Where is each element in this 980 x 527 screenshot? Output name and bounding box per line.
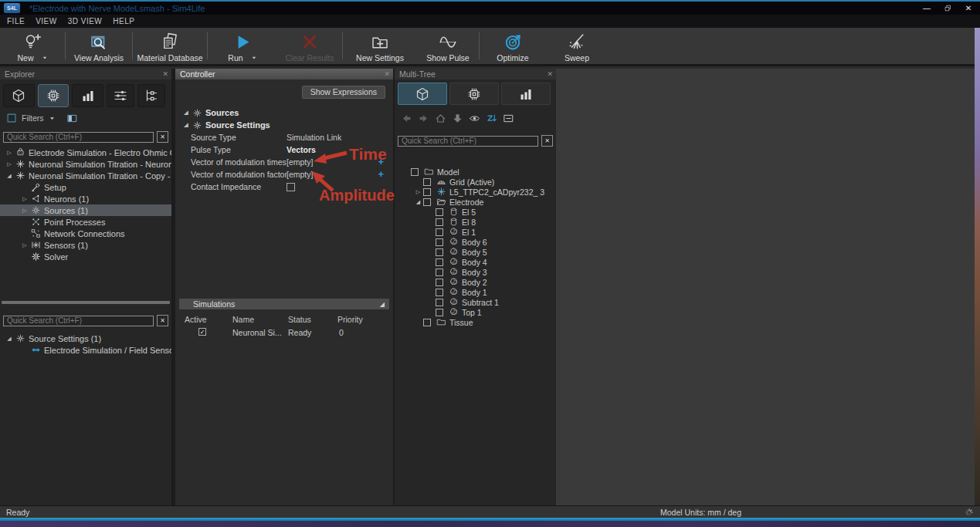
multitree-close-icon[interactable]: ✕ <box>547 69 553 79</box>
property-source-type[interactable]: Source TypeSimulation Link <box>175 131 393 144</box>
tree-item-point-processes[interactable]: Point Processes <box>0 216 171 228</box>
tree-item-el-1[interactable]: El 1 <box>395 227 556 237</box>
minus-box-icon[interactable] <box>503 113 514 124</box>
property-checkbox[interactable] <box>287 183 295 191</box>
property-sources[interactable]: ◢Sources <box>175 106 393 119</box>
toolbar-button-sweep[interactable]: Sweep <box>546 28 608 64</box>
toolbar-button-material-database[interactable]: Material Database <box>133 28 207 64</box>
explorer-mode-chip-button[interactable] <box>38 84 70 107</box>
multitree-tab-cube[interactable] <box>398 83 447 105</box>
tree-checkbox[interactable] <box>436 238 443 246</box>
expander-icon[interactable]: ▷ <box>20 196 29 202</box>
toolbar-button-show-pulse[interactable]: Show Pulse <box>417 28 479 64</box>
tree-item-body-4[interactable]: Body 4 <box>395 257 556 267</box>
expander-icon[interactable]: ▷ <box>5 150 14 156</box>
tree-item-body-1[interactable]: Body 1 <box>395 287 556 297</box>
arrow-down-icon[interactable] <box>452 113 463 124</box>
caret-down-icon[interactable] <box>49 115 56 122</box>
explorer-mode-cube-button[interactable] <box>3 84 35 107</box>
tree-item-source-settings-1[interactable]: ◢Source Settings (1) <box>0 333 171 344</box>
tree-item-electrode[interactable]: ◢Electrode <box>395 197 556 207</box>
tree-item-body-3[interactable]: Body 3 <box>395 267 556 277</box>
expander-icon[interactable]: ▷ <box>20 242 29 248</box>
tree-checkbox[interactable] <box>436 309 443 316</box>
tree-checkbox[interactable] <box>436 248 443 256</box>
eye-icon[interactable] <box>469 113 480 124</box>
multitree-tab-bars[interactable] <box>501 83 551 105</box>
toolbar-button-optimize[interactable]: Optimize <box>480 28 546 64</box>
tree-checkbox[interactable] <box>423 188 431 196</box>
tree-item-tissue[interactable]: Tissue <box>395 317 556 327</box>
tree-checkbox[interactable] <box>436 218 443 226</box>
expander-icon[interactable]: ▷ <box>413 189 423 195</box>
tree-item-model[interactable]: Model <box>395 167 556 177</box>
menu-help[interactable]: HELP <box>113 17 134 25</box>
tree-item-l5-ttpc2-cadpyr232-3[interactable]: ▷L5_TTPC2_cADpyr232_ 3 <box>395 187 556 197</box>
split-panel-icon[interactable] <box>66 113 78 124</box>
multitree-tab-chip[interactable] <box>449 83 499 105</box>
toolbar-button-new-settings[interactable]: New Settings <box>343 28 417 64</box>
tree-checkbox[interactable] <box>436 279 443 286</box>
tree-item-setup[interactable]: Setup <box>0 181 171 193</box>
tree-checkbox[interactable] <box>423 178 431 186</box>
tree-checkbox[interactable] <box>436 208 443 216</box>
explorer-search-input[interactable] <box>3 132 154 143</box>
add-value-icon[interactable]: + <box>378 169 384 180</box>
tree-checkbox[interactable] <box>423 198 431 206</box>
explorer-hierarchy-button[interactable] <box>137 84 165 107</box>
tree-checkbox[interactable] <box>436 228 443 236</box>
tree-item-sensors-1[interactable]: ▷Sensors (1) <box>0 239 171 251</box>
expander-icon[interactable]: ◢ <box>5 173 14 179</box>
toolbar-button-run[interactable]: Run <box>208 28 277 64</box>
tree-item-solver[interactable]: Solver <box>0 251 171 262</box>
property-source-settings[interactable]: ◢Source Settings <box>175 119 393 131</box>
expander-icon[interactable]: ◢ <box>413 199 423 205</box>
expander-icon[interactable]: ◢ <box>181 122 191 128</box>
simulation-row[interactable]: ✓Neuronal Si...Ready0 <box>175 326 393 339</box>
minimize-button[interactable]: — <box>920 3 934 14</box>
home-icon[interactable] <box>435 113 446 124</box>
arrow-right-icon[interactable] <box>418 113 429 124</box>
explorer-sliders-button[interactable] <box>107 84 134 107</box>
tree-item-neuronal-simulation-titration-copy-n[interactable]: ◢Neuronal Simulation Titration - Copy - … <box>0 170 171 181</box>
show-expressions-button[interactable]: Show Expressions <box>302 86 385 99</box>
controller-close-icon[interactable]: ✕ <box>384 69 390 79</box>
multitree-search-input[interactable] <box>398 136 538 147</box>
tree-item-network-connections[interactable]: Network Connections <box>0 228 171 239</box>
arrow-left-icon[interactable] <box>401 113 412 124</box>
dropdown-caret-icon[interactable] <box>251 55 257 61</box>
toolbar-button-view-analysis[interactable]: View Analysis <box>66 28 132 64</box>
tree-checkbox[interactable] <box>436 258 443 266</box>
close-button[interactable]: ✕ <box>961 3 975 14</box>
menu-view[interactable]: VIEW <box>36 17 57 25</box>
tree-item-neuronal-simulation-titration-neuron[interactable]: ▷Neuronal Simulation Titration - Neuron <box>0 158 171 170</box>
tree-item-body-5[interactable]: Body 5 <box>395 247 556 257</box>
explorer-search-clear-icon[interactable]: ✕ <box>157 131 168 143</box>
settings-search-input[interactable] <box>3 316 154 326</box>
simulations-section-header[interactable]: Simulations ◢ <box>179 299 389 309</box>
restore-button[interactable] <box>941 3 955 14</box>
expander-icon[interactable]: ◢ <box>5 336 14 342</box>
tree-checkbox[interactable] <box>423 319 431 326</box>
tree-item-el-5[interactable]: El 5 <box>395 207 556 217</box>
expander-icon[interactable]: ▷ <box>5 161 14 167</box>
tree-item-body-2[interactable]: Body 2 <box>395 277 556 287</box>
tree-item-el-8[interactable]: El 8 <box>395 217 556 227</box>
collapse-triangle-icon[interactable]: ◢ <box>380 299 385 310</box>
toolbar-button-new[interactable]: New <box>0 28 65 64</box>
tree-item-body-6[interactable]: Body 6 <box>395 237 556 247</box>
filters-label[interactable]: Filters <box>22 113 44 123</box>
tree-item-subtract-1[interactable]: Subtract 1 <box>395 297 556 307</box>
tree-checkbox[interactable] <box>436 299 443 306</box>
z-sort-icon[interactable] <box>486 113 497 124</box>
explorer-splitter[interactable] <box>2 301 170 304</box>
settings-search-clear-icon[interactable]: ✕ <box>157 315 168 326</box>
menu-file[interactable]: FILE <box>7 17 25 25</box>
tree-item-electrode-simulation-electro-ohmic-qua[interactable]: ▷Electrode Simulation - Electro Ohmic Qu… <box>0 147 171 158</box>
multitree-search-clear-icon[interactable]: ✕ <box>541 135 553 147</box>
filter-check-icon[interactable] <box>6 113 17 123</box>
tree-item-top-1[interactable]: Top 1 <box>395 307 556 317</box>
expander-icon[interactable]: ◢ <box>181 110 191 116</box>
tree-item-sources-1[interactable]: ▷Sources (1) <box>0 204 171 216</box>
expander-icon[interactable]: ▷ <box>20 208 29 214</box>
